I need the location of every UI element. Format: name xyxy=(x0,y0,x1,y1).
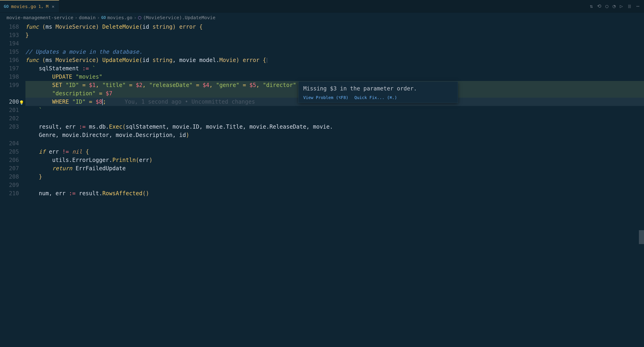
breadcrumb-separator: › xyxy=(75,15,78,20)
line-number[interactable]: 204 xyxy=(0,139,19,148)
breadcrumb-folder[interactable]: movie-management-service xyxy=(6,15,73,20)
circle-icon[interactable]: ○ xyxy=(605,3,608,9)
line-number[interactable]: 194 xyxy=(0,39,19,48)
code-line[interactable]: utils.ErrorLogger.Println(err) xyxy=(26,156,644,164)
git-blame-annotation: You, 1 second ago • Uncommitted changes xyxy=(125,98,255,105)
run-icon[interactable]: ▷ xyxy=(620,3,623,9)
line-number[interactable]: 168 xyxy=(0,23,19,31)
code-line[interactable]: Genre, movie.Director, movie.Description… xyxy=(26,131,644,139)
line-number xyxy=(0,89,19,98)
quick-fix-link[interactable]: Quick Fix... (⌘.) xyxy=(354,95,397,100)
code-line[interactable]: func (ms MovieService) UpdateMovie(id st… xyxy=(26,56,644,64)
problem-hover-tooltip: Missing $3 in the parameter order. View … xyxy=(298,82,458,103)
line-number-gutter: 168 193 194 195 196 197 198 199 200 201 … xyxy=(0,23,26,346)
line-number[interactable]: 199 xyxy=(0,81,19,89)
line-number xyxy=(0,131,19,139)
code-line[interactable]: result, err := ms.db.Exec(sqlStatement, … xyxy=(26,122,644,131)
symbol-icon: ⬡ xyxy=(138,15,142,20)
line-number[interactable]: 207 xyxy=(0,164,19,172)
fold-indicator xyxy=(266,58,268,63)
code-content[interactable]: func (ms MovieService) DeleteMovie(id st… xyxy=(26,23,644,346)
small-circle-icon[interactable]: ◔ xyxy=(612,3,616,9)
code-line[interactable]: ` xyxy=(26,106,644,114)
line-number[interactable]: 193 xyxy=(0,31,19,39)
breadcrumb-separator: › xyxy=(134,15,136,20)
breadcrumb-file[interactable]: movies.go xyxy=(107,15,132,20)
code-line[interactable]: } xyxy=(26,172,644,181)
go-file-icon: GO xyxy=(4,4,9,9)
line-number[interactable]: 210 xyxy=(0,189,19,198)
line-number[interactable]: 198 xyxy=(0,73,19,81)
go-file-icon: GO xyxy=(101,15,106,20)
code-line[interactable]: return ErrFailedUpdate xyxy=(26,164,644,172)
more-actions-icon[interactable]: ⋯ xyxy=(636,3,639,9)
compare-changes-icon[interactable]: ⇅ xyxy=(590,3,593,9)
code-line[interactable] xyxy=(26,114,644,122)
tab-bar: GO movies.go 1, M × ⇅ ⟲ ○ ◔ ▷ ⫼ ⋯ xyxy=(0,0,644,12)
revert-icon[interactable]: ⟲ xyxy=(597,3,601,9)
breadcrumb[interactable]: movie-management-service › domain › GO m… xyxy=(0,12,644,23)
line-number[interactable]: 203 xyxy=(0,122,19,131)
breadcrumb-folder[interactable]: domain xyxy=(79,15,96,20)
code-line[interactable]: num, err := result.RowsAffected() xyxy=(26,189,644,198)
line-number[interactable]: 200 xyxy=(0,98,19,106)
view-problem-link[interactable]: View Problem (⌥F8) xyxy=(303,95,348,100)
scrollbar-thumb[interactable] xyxy=(639,230,644,244)
code-line[interactable]: sqlStatement := ` xyxy=(26,64,644,73)
title-actions: ⇅ ⟲ ○ ◔ ▷ ⫼ ⋯ xyxy=(590,3,644,9)
tooltip-message: Missing $3 in the parameter order. xyxy=(303,85,453,92)
split-editor-icon[interactable]: ⫼ xyxy=(627,3,632,9)
line-number[interactable]: 208 xyxy=(0,172,19,181)
tab-filename: movies.go xyxy=(11,4,36,9)
line-number[interactable]: 205 xyxy=(0,148,19,156)
editor-area[interactable]: 168 193 194 195 196 197 198 199 200 201 … xyxy=(0,23,644,346)
code-line[interactable]: if err != nil { xyxy=(26,148,644,156)
code-line[interactable]: func (ms MovieService) DeleteMovie(id st… xyxy=(26,23,644,31)
tab-status: 1, M xyxy=(38,4,48,9)
code-line[interactable] xyxy=(26,139,644,148)
breadcrumb-symbol[interactable]: (MovieService).UpdateMovie xyxy=(143,15,215,20)
line-number[interactable]: 202 xyxy=(0,114,19,122)
code-line[interactable]: UPDATE "movies" xyxy=(26,73,644,81)
code-line[interactable]: } xyxy=(26,31,644,39)
lightbulb-icon[interactable]: 💡 xyxy=(19,98,24,107)
code-line[interactable] xyxy=(26,39,644,48)
code-line[interactable] xyxy=(26,181,644,189)
tab-close-icon[interactable]: × xyxy=(51,4,55,9)
breadcrumb-separator: › xyxy=(97,15,100,20)
line-number[interactable]: 196 xyxy=(0,56,19,64)
line-number[interactable]: 197 xyxy=(0,64,19,73)
editor-tab[interactable]: GO movies.go 1, M × xyxy=(0,0,59,12)
line-number[interactable]: 195 xyxy=(0,48,19,56)
line-number[interactable]: 206 xyxy=(0,156,19,164)
code-line[interactable]: // Updates a movie in the database. xyxy=(26,48,644,56)
line-number[interactable]: 201 xyxy=(0,106,19,114)
line-number[interactable]: 209 xyxy=(0,181,19,189)
